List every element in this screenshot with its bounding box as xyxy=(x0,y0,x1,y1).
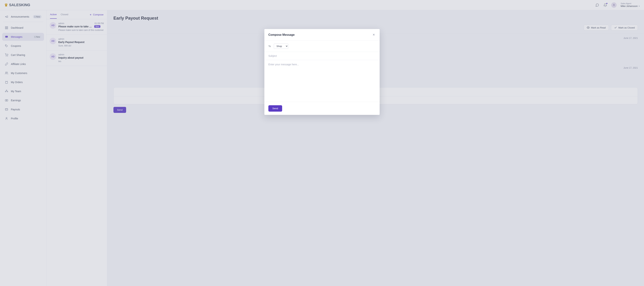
send-button[interactable]: Send xyxy=(268,105,282,112)
to-label: To xyxy=(268,45,271,48)
modal-header: Compose Message ✕ xyxy=(264,29,380,41)
subject-input[interactable] xyxy=(264,52,380,60)
compose-modal: Compose Message ✕ To Shop Enter your mes… xyxy=(264,29,380,115)
modal-title: Compose Message xyxy=(268,33,295,37)
message-body-input[interactable]: Enter your message here... xyxy=(264,60,380,102)
modal-to-row: To Shop xyxy=(264,41,380,52)
modal-footer: Send xyxy=(264,102,380,115)
to-select[interactable]: Shop xyxy=(274,44,288,49)
close-icon[interactable]: ✕ xyxy=(372,32,376,37)
modal-overlay: Compose Message ✕ To Shop Enter your mes… xyxy=(0,0,644,286)
